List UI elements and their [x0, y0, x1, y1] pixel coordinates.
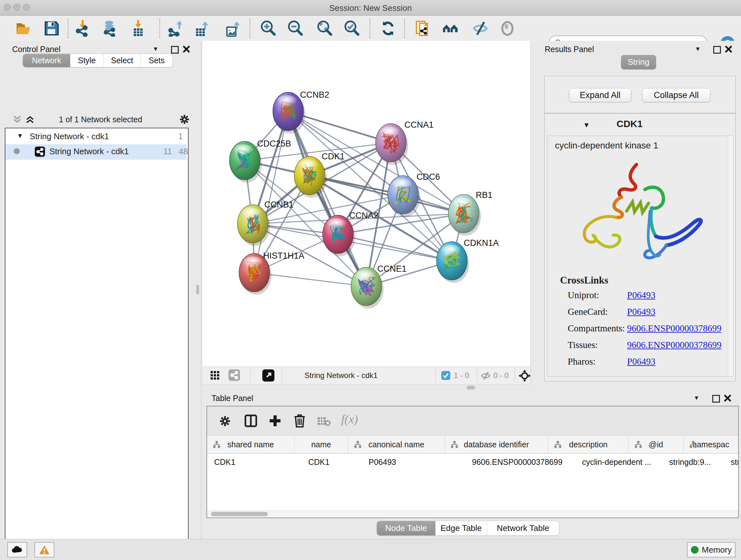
table-horizontal-scrollbar[interactable]	[207, 510, 738, 517]
pan-tool-icon[interactable]	[518, 369, 531, 383]
tab-network[interactable]: Network	[23, 54, 70, 67]
graph-node-CCNE1[interactable]: CCNE1	[351, 264, 407, 308]
network-selection-status: 1 of 1 Network selected	[6, 115, 195, 124]
tab-network-table[interactable]: Network Table	[487, 521, 559, 536]
column-header[interactable]: @id	[629, 435, 684, 453]
zoom-selected-icon[interactable]	[343, 20, 360, 37]
network-canvas[interactable]: CCNB2CCNA1CDC25BCDK1CDC6RB1CCNB1CCNA2CDK…	[202, 41, 530, 367]
tab-sets[interactable]: Sets	[141, 54, 173, 67]
hidden-eye-icon[interactable]	[481, 371, 491, 382]
export-image-icon[interactable]	[224, 20, 241, 37]
column-header[interactable]: canonical name	[348, 435, 445, 453]
crosslink-link[interactable]: 9606.ENSP00000378699	[627, 340, 722, 350]
tab-node-table[interactable]: Node Table	[377, 521, 435, 536]
save-session-icon[interactable]	[44, 20, 60, 37]
graph-node-CCNB2[interactable]: CCNB2	[273, 90, 329, 133]
svg-text:CDC25B: CDC25B	[257, 139, 291, 148]
warning-icon	[39, 545, 50, 555]
export-table-icon[interactable]	[193, 20, 210, 37]
zoom-out-icon[interactable]	[287, 20, 304, 37]
gene-collapse-icon[interactable]: ▼	[583, 121, 590, 129]
zoom-fit-icon[interactable]	[316, 20, 333, 37]
hidden-count: 0 - 0	[493, 371, 509, 380]
grid-view-icon[interactable]	[210, 370, 220, 382]
table-panel-float-icon[interactable]	[712, 395, 720, 402]
network-status-dot	[14, 148, 20, 154]
tab-style[interactable]: Style	[70, 54, 104, 67]
network-collection-row[interactable]: ▼ String Network - cdk1 1	[5, 130, 187, 144]
refresh-icon[interactable]	[380, 20, 396, 37]
left-splitter-handle[interactable]	[196, 285, 199, 294]
gene-name: CDK1	[616, 118, 643, 129]
network-row-selected[interactable]: String Network - cdk1 11 48	[5, 144, 187, 160]
crosslink-link[interactable]: P06493	[627, 307, 656, 317]
tab-select[interactable]: Select	[104, 54, 141, 67]
results-panel-close-icon[interactable]	[725, 45, 732, 54]
graph-node-CCNA1[interactable]: CCNA1	[376, 120, 434, 165]
function-builder-icon: f(x)	[341, 412, 358, 426]
crosslink-link[interactable]: 9606.ENSP00000378699	[627, 323, 722, 334]
network-options-gear-icon[interactable]	[179, 114, 190, 126]
crosslink-link[interactable]: P06493	[627, 356, 656, 367]
add-column-icon[interactable]	[268, 414, 282, 429]
control-panel-tabs: Network Style Select Sets	[23, 54, 173, 67]
control-panel-float-icon[interactable]	[171, 46, 179, 54]
network-edge-count: 48	[173, 146, 188, 157]
memory-button[interactable]: Memory	[687, 542, 736, 557]
results-scrollbar[interactable]	[728, 136, 733, 376]
table-scrollbar-thumb[interactable]	[211, 512, 268, 516]
import-table-icon[interactable]	[130, 20, 146, 37]
import-network-from-database-icon[interactable]	[102, 20, 118, 37]
svg-text:CCNB1: CCNB1	[264, 200, 293, 209]
cloud-button[interactable]	[7, 542, 27, 557]
column-header[interactable]: name	[294, 435, 348, 453]
copy-network-icon[interactable]	[415, 20, 432, 37]
table-row[interactable]: CDK1 CDK1 P06493 9606.ENSP00000378699 cy…	[207, 454, 738, 470]
graph-node-HIST1H1A[interactable]: HIST1H1A	[239, 251, 305, 295]
column-header[interactable]: namespac	[684, 435, 738, 453]
expand-all-button[interactable]: Expand All	[569, 88, 631, 102]
table-panel: Table Panel ▾ f(x) shared name name cano…	[202, 391, 741, 539]
crosslink-label: Uniprot:	[568, 290, 599, 300]
home-icon[interactable]	[442, 20, 459, 37]
graph-node-RB1[interactable]: RB1	[448, 190, 492, 236]
status-bar: Memory	[0, 539, 741, 560]
control-panel-menu-icon[interactable]: ▾	[154, 45, 157, 53]
results-panel-menu-icon[interactable]: ▾	[696, 45, 699, 53]
selected-checkbox-icon[interactable]	[441, 371, 451, 381]
network-share-view-icon[interactable]	[228, 369, 240, 381]
graph-node-CCNB1[interactable]: CCNB1	[238, 200, 293, 246]
node-table: shared name name canonical name database…	[207, 435, 738, 470]
warning-button[interactable]	[35, 542, 54, 557]
bottom-splitter-handle[interactable]	[467, 386, 475, 389]
control-panel-close-icon[interactable]	[183, 45, 190, 54]
import-network-icon[interactable]	[74, 20, 91, 37]
collection-count: 1	[5, 132, 183, 141]
table-panel-close-icon[interactable]	[724, 394, 731, 403]
open-in-window-icon[interactable]	[262, 369, 274, 381]
svg-text:CCNE1: CCNE1	[377, 264, 407, 273]
cloud-icon	[11, 546, 23, 554]
collapse-all-button[interactable]: Collapse All	[642, 88, 711, 102]
table-settings-gear-icon[interactable]	[219, 415, 231, 429]
crosslink-label: GeneCard:	[568, 307, 608, 317]
tab-edge-table[interactable]: Edge Table	[435, 521, 487, 536]
open-session-icon[interactable]	[15, 20, 32, 37]
column-header[interactable]: description	[548, 435, 629, 453]
results-panel-float-icon[interactable]	[713, 46, 721, 54]
hide-eye-icon[interactable]	[472, 20, 488, 37]
graph-node-CCNA2[interactable]: CCNA2	[323, 211, 379, 256]
table-panel-menu-icon[interactable]: ▾	[695, 394, 698, 402]
delete-column-icon[interactable]	[293, 414, 307, 429]
crosslink-link[interactable]: P06493	[627, 290, 656, 300]
column-header[interactable]: database identifier	[445, 435, 548, 453]
zoom-in-icon[interactable]	[260, 20, 276, 37]
column-header[interactable]: shared name	[207, 435, 294, 453]
tab-string[interactable]: String	[621, 55, 656, 69]
node-table-container: f(x) shared name name canonical name dat…	[206, 406, 739, 518]
graph-node-CDC6[interactable]: CDC6	[388, 172, 440, 217]
graph-node-CDKN1A[interactable]: CDKN1A	[436, 238, 499, 283]
network-graph[interactable]: CCNB2CCNA1CDC25BCDK1CDC6RB1CCNB1CCNA2CDK…	[202, 41, 530, 367]
show-columns-icon[interactable]	[244, 414, 258, 429]
export-network-icon[interactable]	[167, 20, 184, 37]
